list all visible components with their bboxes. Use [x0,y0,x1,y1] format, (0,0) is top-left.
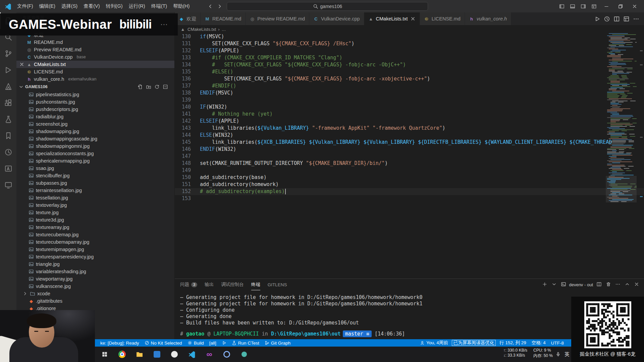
code-line[interactable]: 137 #ENDIF() [175,82,644,89]
file-item[interactable]: texturemipmapgen.jpg [16,246,174,253]
file-item[interactable]: tessellation.jpg [16,194,174,201]
maximize-panel-icon[interactable] [625,282,631,288]
activity-source-control-icon[interactable] [0,45,16,62]
project-section-header[interactable]: GAMES106 [16,83,174,91]
code-line[interactable]: 138ENDIF(MSVC) [175,89,644,97]
panel-tab-GITLENS[interactable]: GITLENS [268,279,287,290]
code-line[interactable]: 135 #ELSE() [175,68,644,75]
file-item[interactable]: texturesparseresidency.jpg [16,253,174,260]
menu-item[interactable]: 运行(R) [125,1,148,11]
split-editor-icon[interactable] [613,16,620,22]
file-item[interactable]: triangle.jpg [16,260,174,268]
code-line[interactable]: 133 #if (CMAKE_CXX_COMPILER_ID MATCHES "… [175,54,644,61]
ime-indicator[interactable]: 英 [565,351,570,358]
kill-terminal-icon[interactable] [606,282,612,288]
code-line[interactable]: 145 link_libraries(${XCB_LIBRARIES} ${Vu… [175,139,644,146]
file-item[interactable]: ◆.gitattributes [16,297,174,305]
panel-tab-问题[interactable]: 问题3 [180,279,197,290]
taskbar-app-chrome-icon[interactable] [115,347,129,362]
file-item[interactable]: specializationconstants.jpg [16,150,174,157]
toggle-panel-icon[interactable] [568,1,578,11]
tab-欢迎[interactable]: ◆欢迎 [175,12,201,25]
file-item[interactable]: stencilbuffer.jpg [16,172,174,179]
code-line[interactable]: 130if(MSVC) [175,33,644,40]
activity-gitlens-icon[interactable] [0,144,16,160]
code-line[interactable]: 131 SET(CMAKE_CXX_FLAGS "${CMAKE_CXX_FLA… [175,40,644,47]
terminal-input-line[interactable]: $ [180,337,564,338]
command-center-search[interactable]: games106 [227,2,428,11]
file-item[interactable]: vulkanscene.jpg [16,283,174,290]
collapse-all-icon[interactable] [163,84,168,90]
taskbar-app-app-ring-icon[interactable] [219,347,234,362]
activity-snippets-icon[interactable] [0,160,16,177]
status-item-No Kit Selected[interactable]: No Kit Selected [142,339,184,347]
close-panel-icon[interactable] [634,282,640,288]
status-item-You, 4周前[interactable]: You, 4周前 [418,339,450,347]
open-editor-item[interactable]: ◎Preview README.md [16,46,174,53]
customize-layout-icon[interactable] [589,1,599,11]
taskbar-app-visual-studio-icon[interactable]: ∞ [202,347,217,362]
panel-tab-输出[interactable]: 输出 [205,279,214,290]
tab-CMakeLists.txt[interactable]: ▲CMakeLists.txt [364,12,420,25]
taskbar-app-app-white-icon[interactable] [167,347,182,362]
terminal-instance[interactable]: devenv - out [561,282,593,288]
menu-item[interactable]: 选择(S) [58,1,80,11]
menu-item[interactable]: 编辑(E) [36,1,58,11]
run-icon[interactable] [594,16,600,22]
tab-README.md[interactable]: MREADME.md [201,12,246,25]
tab-LICENSE.md[interactable]: ©LICENSE.md [420,12,465,25]
code-line[interactable]: 142ELSEIF(APPLE) [175,118,644,125]
code-line[interactable]: 153 [175,195,644,202]
panel-tab-终端[interactable]: 终端 [251,279,260,290]
file-item[interactable]: pushdescriptors.jpg [16,106,174,113]
open-editor-item[interactable]: ©LICENSE.md [16,68,174,75]
menu-item[interactable]: 查看(V) [80,1,103,11]
new-file-icon[interactable] [138,84,143,90]
taskbar-app-app-blue-icon[interactable] [150,347,164,362]
status-item-ke: [Debug]: Ready[interactable]: ke: [Debug]: Ready [98,339,142,347]
file-item[interactable]: shadowmappingomni.jpg [16,142,174,150]
new-folder-icon[interactable] [146,84,152,90]
file-item[interactable]: screenshot.jpg [16,120,174,128]
menu-item[interactable]: 终端(T) [148,1,170,11]
code-line[interactable]: 152# add_subdirectory(examples) [175,188,644,195]
split-terminal-icon[interactable] [596,282,602,288]
nav-back-icon[interactable] [207,3,214,10]
open-editor-item[interactable]: ▲CMakeLists.txt [16,61,174,68]
refresh-icon[interactable] [154,84,160,90]
layout-icon[interactable] [623,16,630,22]
status-item-run[interactable] [219,339,229,347]
code-line[interactable]: 132ELSEIF(APPLE) [175,47,644,54]
status-item-UTF-8[interactable]: UTF-8 [549,339,566,347]
code-line[interactable]: 151add_subdirectory(homework) [175,181,644,188]
file-item[interactable]: ssao.jpg [16,165,174,172]
close-window-button[interactable] [628,0,641,12]
file-item[interactable]: shadowmapping.jpg [16,128,174,135]
code-line[interactable]: 140IF(WIN32) [175,104,644,111]
terminal-output[interactable]: — Generating project file for homework i… [180,294,564,338]
breadcrumb[interactable]: ▲CMakeLists.txt›… [175,25,644,33]
nav-forward-icon[interactable] [216,3,223,10]
file-item[interactable]: texture3d.jpg [16,216,174,224]
code-line[interactable]: 139 [175,97,644,104]
file-item[interactable]: shadowmappingcascade.jpg [16,135,174,142]
toggle-secondary-sidebar-icon[interactable] [578,1,588,11]
microphone-icon[interactable] [555,352,561,357]
code-line[interactable]: 136 SET(CMAKE_CXX_FLAGS "${CMAKE_CXX_FLA… [175,75,644,82]
tab-VulkanDevice.cpp[interactable]: CVulkanDevice.cpp [309,12,364,25]
activity-bookmarks-icon[interactable] [0,127,16,144]
code-line[interactable]: 134 # SET(CMAKE_CXX_FLAGS "${CMAKE_CXX_F… [175,61,644,68]
file-item[interactable]: xcode [16,290,174,297]
taskbar-app-start-icon[interactable] [97,347,112,362]
more-icon[interactable] [633,16,639,22]
close-tab-icon[interactable] [410,16,416,21]
code-line[interactable]: 144ELSE(WIN32) [175,132,644,139]
file-item[interactable]: pipelinestatistics.jpg [16,91,174,98]
file-item[interactable]: terraintessellation.jpg [16,187,174,194]
status-item-已为屏幕阅读器优化[interactable]: 已为屏幕阅读器优化 [451,339,497,347]
file-item[interactable]: pushconstants.jpg [16,98,174,106]
file-item[interactable]: texturearray.jpg [16,224,174,231]
status-item-Build[interactable]: Build [185,339,206,347]
tab-Preview README.md[interactable]: ◎Preview README.md [246,12,309,25]
file-item[interactable]: textoverlay.jpg [16,201,174,209]
